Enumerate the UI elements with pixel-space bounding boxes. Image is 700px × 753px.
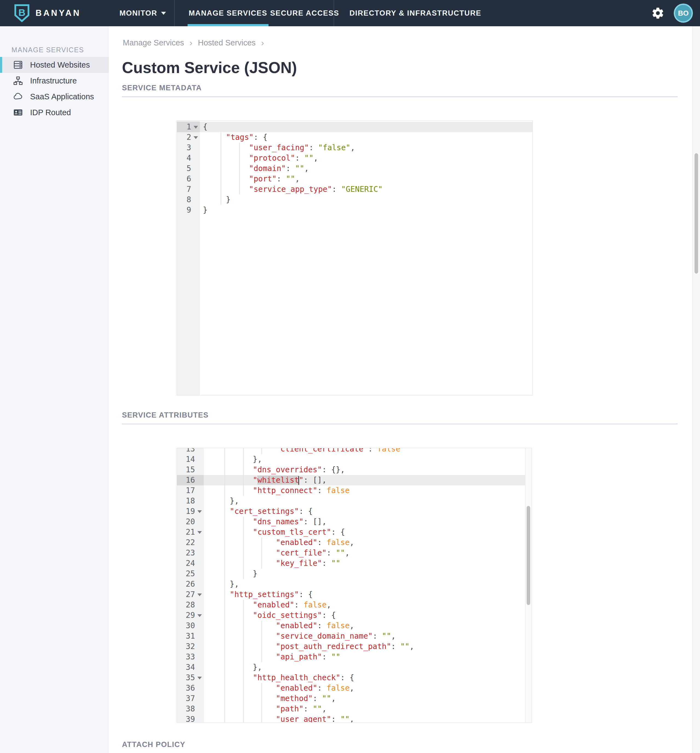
gutter-line-number: 34 [177, 662, 204, 673]
page-title: Custom Service (JSON) [122, 59, 297, 77]
brand[interactable]: B BANYAN [14, 0, 81, 26]
code-line-6[interactable]: "port": "", [200, 174, 532, 184]
collapse-sidebar-button[interactable] [81, 748, 100, 753]
sidebar-item-label: Hosted Websites [30, 61, 90, 69]
code-line-33[interactable]: "api_path": "" [204, 652, 532, 662]
page-scrollbar[interactable] [692, 26, 700, 753]
code-line-5[interactable]: "domain": "", [200, 163, 532, 174]
code-line-19[interactable]: "cert_settings": { [204, 506, 532, 517]
code-line-29[interactable]: "oidc_settings": { [204, 610, 532, 620]
gutter-line-number: 2 [177, 132, 200, 142]
code-line-16[interactable]: "whitelist": [], [204, 475, 532, 486]
code-line-7[interactable]: "service_app_type": "GENERIC" [200, 184, 532, 195]
user-avatar[interactable]: BO [674, 3, 693, 23]
app-window: B BANYAN MONITOR MANAGE SERVICES SECURE … [0, 0, 700, 753]
fold-toggle-icon[interactable] [197, 676, 202, 680]
gutter-line-number: 20 [177, 517, 204, 527]
settings-gear-icon[interactable] [651, 6, 664, 20]
code-line-35[interactable]: "http_health_check": { [204, 673, 532, 683]
code-line-38[interactable]: "path": "", [204, 704, 532, 714]
chevron-down-icon [161, 12, 166, 15]
gutter-line-number: 26 [177, 579, 204, 589]
code-line-23[interactable]: "cert_file": "", [204, 548, 532, 558]
top-navbar: B BANYAN MONITOR MANAGE SERVICES SECURE … [0, 0, 700, 26]
gutter-line-number: 33 [177, 652, 204, 662]
code-line-21[interactable]: "custom_tls_cert": { [204, 527, 532, 537]
fold-toggle-icon[interactable] [197, 614, 202, 617]
breadcrumb-link-hosted-services[interactable]: Hosted Services [198, 38, 256, 47]
code-line-14[interactable]: }, [204, 454, 532, 465]
fold-toggle-icon[interactable] [197, 531, 202, 534]
gutter-line-number: 31 [177, 631, 204, 641]
code-line-9[interactable]: } [200, 205, 532, 216]
chevron-right-icon: › [261, 38, 264, 48]
fold-toggle-icon[interactable] [197, 594, 202, 596]
sidebar: MANAGE SERVICES Hosted Websites [0, 26, 109, 753]
gutter-line-number: 4 [177, 153, 200, 163]
code-line-15[interactable]: "dns_overrides": {}, [204, 465, 532, 475]
code-line-24[interactable]: "key_file": "" [204, 558, 532, 569]
code-line-4[interactable]: "protocol": "", [200, 153, 532, 163]
code-line-20[interactable]: "dns_names": [], [204, 517, 532, 527]
code-line-31[interactable]: "service_domain_name": "", [204, 631, 532, 641]
code-line-17[interactable]: "http_connect": false [204, 486, 532, 496]
navbar-divider [334, 0, 334, 26]
code-line-37[interactable]: "method": "", [204, 694, 532, 704]
code-line-8[interactable]: } [200, 195, 532, 205]
code-line-39[interactable]: "user_agent": "", [204, 714, 532, 722]
code-line-25[interactable]: } [204, 569, 532, 579]
gutter-line-number: 23 [177, 548, 204, 558]
code-line-26[interactable]: }, [204, 579, 532, 589]
fold-toggle-icon[interactable] [193, 126, 198, 129]
breadcrumb-link-manage-services[interactable]: Manage Services [123, 38, 184, 47]
fold-toggle-icon[interactable] [193, 136, 198, 139]
sidebar-item-infrastructure[interactable]: Infrastructure [0, 73, 109, 89]
code-line-34[interactable]: }, [204, 662, 532, 673]
gutter-line-number: 39 [177, 714, 204, 722]
editor-content[interactable]: "client_certificate": false},"dns_overri… [204, 448, 532, 722]
nav-menu-monitor[interactable]: MONITOR [120, 0, 166, 26]
gutter-line-number: 32 [177, 641, 204, 652]
code-line-22[interactable]: "enabled": false, [204, 537, 532, 548]
code-line-30[interactable]: "enabled": false, [204, 620, 532, 631]
editor-content[interactable]: {"tags": {"user_facing": "false","protoc… [200, 121, 532, 395]
json-editor-service-metadata[interactable]: 123456789 {"tags": {"user_facing": "fals… [177, 120, 533, 395]
editor-gutter: 123456789 [177, 121, 200, 395]
sidebar-item-label: SaaS Applications [30, 92, 94, 101]
sidebar-item-label: IDP Routed [30, 108, 71, 117]
id-card-icon [13, 108, 23, 117]
nav-tab-label: SECURE ACCESS [270, 9, 339, 17]
breadcrumb: Manage Services › Hosted Services › [123, 38, 264, 48]
sidebar-item-idp-routed[interactable]: IDP Routed [0, 105, 109, 120]
code-line-32[interactable]: "post_auth_redirect_path": "", [204, 641, 532, 652]
code-line-36[interactable]: "enabled": false, [204, 683, 532, 694]
gutter-line-number: 35 [177, 673, 204, 683]
svg-text:B: B [18, 7, 25, 18]
gutter-line-number: 1 [177, 122, 200, 132]
active-tab-indicator [187, 24, 268, 26]
gutter-line-number: 27 [177, 589, 204, 600]
code-line-13[interactable]: "client_certificate": false [204, 448, 532, 454]
sidebar-item-hosted-websites[interactable]: Hosted Websites [0, 57, 109, 73]
nav-tab-directory-infrastructure[interactable]: DIRECTORY & INFRASTRUCTURE [349, 0, 481, 26]
nav-tab-secure-access[interactable]: SECURE ACCESS [270, 0, 339, 26]
gutter-line-number: 29 [177, 610, 204, 620]
json-editor-service-attributes[interactable]: 1314151617181920212223242526272829303132… [177, 448, 532, 723]
gutter-line-number: 22 [177, 537, 204, 548]
editor-scrollbar[interactable] [525, 448, 532, 722]
nav-tab-manage-services[interactable]: MANAGE SERVICES [189, 0, 267, 26]
code-line-1[interactable]: { [200, 122, 532, 132]
fold-toggle-icon[interactable] [197, 510, 202, 513]
code-line-28[interactable]: "enabled": false, [204, 600, 532, 610]
sidebar-item-saas-applications[interactable]: SaaS Applications [0, 89, 109, 105]
code-line-18[interactable]: }, [204, 496, 532, 506]
page-scrollbar-thumb[interactable] [695, 153, 698, 273]
code-line-3[interactable]: "user_facing": "false", [200, 142, 532, 153]
brand-name: BANYAN [36, 8, 81, 18]
code-line-27[interactable]: "http_settings": { [204, 589, 532, 600]
section-divider [122, 96, 678, 97]
editor-scrollbar-thumb[interactable] [527, 506, 530, 605]
gutter-line-number: 38 [177, 704, 204, 714]
chevron-right-icon: › [190, 38, 192, 48]
code-line-2[interactable]: "tags": { [200, 132, 532, 142]
